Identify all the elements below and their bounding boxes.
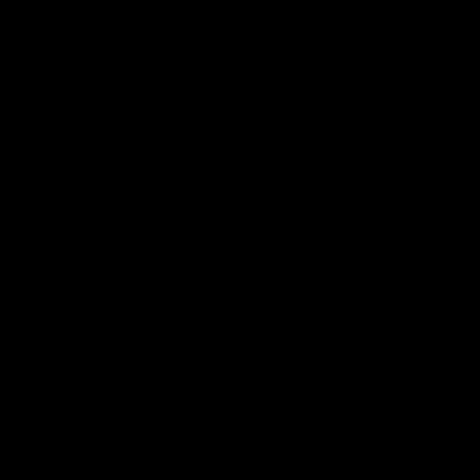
chart-root bbox=[0, 0, 476, 476]
bottleneck-chart bbox=[0, 0, 476, 476]
